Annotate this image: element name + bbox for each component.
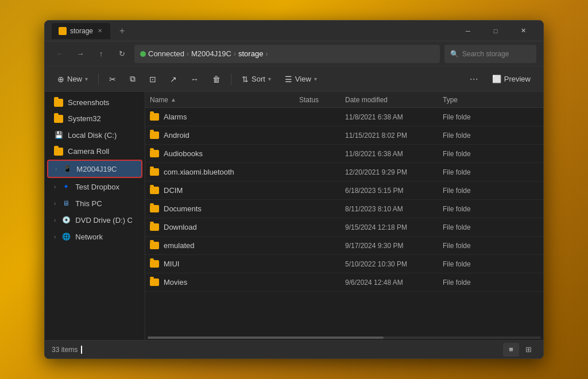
sidebar-item-network[interactable]: › 🌐 Network: [47, 229, 142, 245]
folder-icon: [150, 242, 159, 249]
expand-icon: ›: [54, 234, 56, 240]
refresh-button[interactable]: ↻: [114, 46, 130, 62]
cmd-separator-1: [98, 74, 99, 85]
table-row[interactable]: Audiobooks 11/8/2021 6:38 AM File folde: [145, 145, 543, 163]
file-date: 12/20/2021 9:29 PM: [345, 168, 407, 176]
window-controls: ─ □ ✕: [455, 22, 536, 40]
copy-button[interactable]: ⧉: [124, 70, 141, 88]
file-type: File folde: [443, 242, 471, 250]
tab-folder-icon: [59, 27, 67, 35]
address-bar[interactable]: Connected › M2004J19C › storage ›: [134, 45, 440, 63]
status-bar: 33 items ≡ ⊞: [45, 340, 543, 358]
new-tab-button[interactable]: +: [117, 26, 127, 36]
cut-button[interactable]: ✂: [103, 70, 122, 88]
list-view-button[interactable]: ≡: [503, 343, 519, 357]
file-type: File folde: [443, 150, 471, 158]
table-row[interactable]: Documents 8/11/2023 8:10 AM File folde: [145, 200, 543, 218]
expand-icon: ›: [55, 166, 57, 172]
file-name: Download: [164, 223, 299, 231]
file-date-cell: 9/6/2024 12:48 AM: [345, 278, 443, 287]
back-button[interactable]: ←: [52, 46, 68, 62]
file-type: File folde: [443, 132, 471, 140]
horizontal-scrollbar[interactable]: [145, 335, 543, 340]
col-type-header[interactable]: Type: [443, 96, 539, 104]
file-name-cell: Documents: [150, 204, 299, 213]
sidebar-item-local-disk[interactable]: 💾 Local Disk (C:): [47, 127, 142, 143]
file-date-cell: 6/18/2023 5:15 PM: [345, 186, 443, 195]
folder-icon: [54, 148, 63, 156]
scrollbar-thumb[interactable]: [148, 337, 384, 339]
main-content: Screenshots System32 💾 Local Disk (C:) C…: [45, 92, 543, 340]
col-date-header[interactable]: Date modified: [345, 96, 443, 104]
sidebar-item-dvd[interactable]: › 💿 DVD Drive (D:) C: [47, 212, 142, 228]
share-button[interactable]: ↗: [164, 70, 183, 88]
table-row[interactable]: Android 11/15/2021 8:02 PM File folde: [145, 126, 543, 145]
dropbox-icon: ✦: [61, 182, 71, 191]
move-button[interactable]: ↔: [185, 70, 204, 88]
sidebar-item-m2004j19c[interactable]: › 📱 M2004J19C: [47, 160, 142, 178]
file-type: File folde: [443, 113, 471, 121]
folder-icon: [150, 260, 159, 268]
table-row[interactable]: emulated 9/17/2024 9:30 PM File folde: [145, 237, 543, 255]
table-row[interactable]: DCIM 6/18/2023 5:15 PM File folde: [145, 181, 543, 200]
paste-button[interactable]: ⊡: [144, 70, 162, 88]
new-button[interactable]: ⊕ New ▾: [52, 70, 94, 88]
tab-close-btn[interactable]: ✕: [96, 26, 103, 35]
search-box[interactable]: 🔍 Search storage: [444, 45, 536, 63]
window-tab[interactable]: storage ✕: [52, 23, 110, 39]
more-button[interactable]: ···: [464, 70, 484, 88]
sidebar-item-camera-roll[interactable]: Camera Roll: [47, 144, 142, 159]
address-sep-2: ›: [234, 50, 236, 58]
sidebar: Screenshots System32 💾 Local Disk (C:) C…: [45, 92, 145, 340]
file-type-cell: File folde: [443, 168, 539, 176]
maximize-button[interactable]: □: [482, 22, 509, 40]
view-button[interactable]: ☰ View ▾: [279, 70, 323, 88]
address-device: M2004J19C: [191, 49, 231, 58]
folder-icon: [150, 132, 159, 139]
grid-view-button[interactable]: ⊞: [520, 343, 536, 357]
file-date: 11/8/2021 6:38 AM: [345, 150, 403, 158]
file-name-cell: Alarms: [150, 113, 299, 121]
connected-indicator: [140, 51, 146, 57]
sidebar-item-this-pc[interactable]: › 🖥 This PC: [47, 195, 142, 211]
search-icon: 🔍: [450, 50, 459, 58]
up-button[interactable]: ↑: [93, 46, 109, 62]
sidebar-item-screenshots[interactable]: Screenshots: [47, 95, 142, 110]
table-row[interactable]: Download 9/15/2024 12:18 PM File folde: [145, 218, 543, 237]
minimize-button[interactable]: ─: [455, 22, 481, 40]
file-date-cell: 8/11/2023 8:10 AM: [345, 204, 443, 213]
table-row[interactable]: Alarms 11/8/2021 6:38 AM File folde: [145, 108, 543, 126]
sidebar-item-system32[interactable]: System32: [47, 111, 142, 126]
col-status-header[interactable]: Status: [299, 96, 345, 104]
sidebar-item-dropbox[interactable]: › ✦ Test Dropbox: [47, 179, 142, 195]
address-sep-1: ›: [187, 50, 189, 58]
table-row[interactable]: MIUI 5/10/2022 10:30 PM File folde: [145, 255, 543, 273]
disk-icon: 💾: [54, 130, 63, 140]
file-name: DCIM: [164, 186, 299, 195]
delete-button[interactable]: 🗑: [207, 70, 226, 88]
file-name-cell: DCIM: [150, 186, 299, 195]
table-row[interactable]: com.xiaomi.bluetooth 12/20/2021 9:29 PM …: [145, 163, 543, 181]
view-mode-buttons: ≡ ⊞: [503, 343, 536, 357]
folder-icon: [150, 150, 159, 157]
close-button[interactable]: ✕: [510, 22, 536, 40]
computer-icon: 🖥: [61, 199, 71, 208]
folder-icon: [150, 113, 159, 121]
sort-button[interactable]: ⇅ Sort ▾: [236, 70, 277, 88]
address-sep-3: ›: [265, 50, 268, 58]
file-type: File folde: [443, 279, 471, 287]
col-name-header[interactable]: Name ▲: [150, 96, 299, 104]
sort-chevron: ▾: [268, 76, 271, 82]
file-name: Alarms: [164, 113, 299, 121]
scrollbar-track: [148, 337, 541, 339]
file-name: emulated: [164, 241, 299, 250]
preview-button[interactable]: ⬜ Preview: [486, 70, 536, 88]
preview-label: Preview: [504, 75, 531, 83]
forward-button[interactable]: →: [72, 46, 88, 62]
new-icon: ⊕: [57, 75, 64, 84]
table-row[interactable]: Movies 9/6/2024 12:48 AM File folde: [145, 273, 543, 292]
file-date: 11/15/2021 8:02 PM: [345, 132, 407, 140]
file-name-cell: MIUI: [150, 260, 299, 268]
column-headers: Name ▲ Status Date modified Type: [145, 92, 543, 108]
expand-icon: ›: [54, 217, 56, 223]
